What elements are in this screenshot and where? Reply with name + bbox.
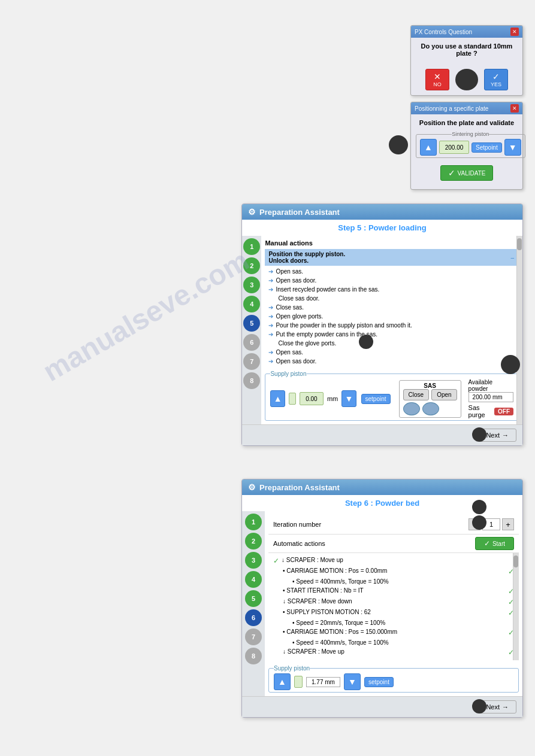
supply-value-input[interactable]	[300, 392, 324, 405]
check-icon-1: ✓	[273, 557, 279, 565]
sas-section: SAS Close Open	[399, 380, 461, 418]
dialog2-close-btn[interactable]: ✕	[510, 104, 519, 113]
action-list-item-2: • CARRIAGE MOTION : Pos = 0.00mm ✓	[273, 566, 514, 577]
panel2-step-title: Step 6 : Powder bed	[242, 495, 522, 511]
supply-setpoint-btn-2[interactable]: setpoint	[364, 677, 394, 687]
supply-up-btn[interactable]: ▲	[270, 390, 285, 407]
sas-close-btn[interactable]: Close	[403, 389, 430, 400]
dialog1-titlebar: PX Controls Question ✕	[411, 26, 522, 38]
step-badge-8[interactable]: 8	[243, 372, 260, 389]
step2-badge-2[interactable]: 2	[245, 533, 262, 549]
piston-value-input[interactable]	[439, 141, 469, 154]
step-badge-2[interactable]: 2	[243, 257, 260, 274]
arrow-icon-3: ➔	[268, 286, 273, 293]
action-list-item-9: • Speed = 400mm/s, Torque = 100%	[273, 638, 514, 647]
iteration-value-input[interactable]	[482, 518, 500, 530]
auto-actions-label: Automatic actions	[273, 540, 471, 547]
panel1-title: Preparation Assistant	[259, 208, 340, 217]
dialog1: PX Controls Question ✕ Do you use a stan…	[410, 25, 523, 96]
iteration-control: − +	[468, 518, 514, 530]
step2-badge-1[interactable]: 1	[245, 514, 262, 530]
scrollbar-thumb-2[interactable]	[513, 555, 518, 567]
gear-icon: ⚙	[248, 207, 256, 217]
piston-down-btn[interactable]: ▼	[504, 139, 521, 156]
dialog2-content: Position the plate and validate Sinterin…	[411, 114, 522, 189]
sintering-group: Sintering piston ▲ Setpoint ▼	[416, 131, 525, 158]
supply-down-btn[interactable]: ▼	[341, 390, 356, 407]
dialog1-close-btn[interactable]: ✕	[510, 28, 519, 36]
supply-up-btn-2[interactable]: ▲	[274, 673, 291, 690]
panel1-next-btn[interactable]: Next →	[478, 429, 516, 442]
sas-action-left-btn[interactable]	[403, 402, 420, 415]
arrow-icon-6: ➔	[268, 313, 273, 320]
action-item-7: ➔ Pour the powder in the supply piston a…	[265, 321, 519, 330]
iteration-label: Iteration number	[273, 521, 465, 528]
scrollbar-thumb[interactable]	[517, 238, 522, 250]
step-badge-6[interactable]: 6	[243, 334, 260, 351]
piston-setpoint-btn[interactable]: Setpoint	[471, 142, 502, 153]
sas-purge-label: Sas purge	[468, 404, 491, 418]
action-item-2: ➔ Open sas door.	[265, 276, 519, 285]
auto-actions-row: Automatic actions ✓ Start	[268, 535, 519, 553]
scrollbar-track[interactable]	[516, 236, 522, 424]
step2-badge-7[interactable]: 7	[245, 629, 262, 645]
dialog1-yes-btn[interactable]: ✓ YES	[484, 69, 508, 90]
arrow-icon-1: ➔	[268, 268, 273, 275]
action-list-item-6: • SUPPLY PISTON MOTION : 62 ✓	[273, 608, 514, 618]
highlight-line1: Position the supply piston.	[268, 251, 515, 257]
step2-badge-8[interactable]: 8	[245, 648, 262, 664]
dialog1-neutral-btn[interactable]	[455, 69, 478, 90]
supply-piston-controls-2: ▲ 1.77 mm ▼ setpoint	[274, 673, 513, 690]
collapse-btn[interactable]: –	[510, 254, 514, 261]
dialog2: Positionning a specific plate ✕ Position…	[410, 102, 523, 190]
action-list-item-10: ↓ SCRAPER : Move up ✓	[273, 647, 514, 658]
arrow-icon-10: ➔	[268, 349, 273, 356]
step-badge-1[interactable]: 1	[243, 238, 260, 255]
panel2-next-btn[interactable]: Next →	[478, 700, 516, 714]
iteration-plus-btn[interactable]: +	[502, 518, 514, 530]
step-badge-5[interactable]: 5	[243, 315, 260, 332]
next-arrow-icon: →	[502, 432, 509, 439]
piston-controls: ▲ Setpoint ▼	[420, 139, 521, 156]
panel2-title: Preparation Assistant	[259, 483, 340, 492]
panel1: ⚙ Preparation Assistant Step 5 : Powder …	[241, 204, 523, 446]
arrow-icon-8: ➔	[268, 331, 273, 338]
supply-piston-controls: ▲ mm ▼ setpoint SAS Close Open	[270, 379, 513, 418]
step-badge-3[interactable]: 3	[243, 277, 260, 293]
start-btn[interactable]: ✓ Start	[475, 537, 514, 550]
supply-value-display-2: 1.77 mm	[306, 677, 340, 687]
iteration-minus-btn[interactable]: −	[468, 518, 480, 530]
action-list-item-8: • CARRIAGE MOTION : Pos = 150.000mm ✓	[273, 627, 514, 638]
panel2-titlebar: ⚙ Preparation Assistant	[242, 479, 522, 495]
supply-down-btn-2[interactable]: ▼	[344, 673, 361, 690]
step2-badge-5[interactable]: 5	[245, 590, 262, 607]
step-badge-7[interactable]: 7	[243, 353, 260, 370]
dialog2-instruction: Position the plate and validate	[416, 119, 518, 126]
sas-action-right-btn[interactable]	[422, 402, 439, 415]
piston-up-btn[interactable]: ▲	[420, 139, 437, 156]
panel1-step-title: Step 5 : Powder loading	[242, 220, 522, 236]
action-item-3: ➔ Insert recycled powder cans in the sas…	[265, 285, 519, 294]
step2-badge-6[interactable]: 6	[245, 609, 262, 626]
scrollbar-track-2[interactable]	[513, 553, 519, 660]
panel1-main: Manual actions Position the supply pisto…	[261, 236, 522, 424]
supply-setpoint-btn[interactable]: setpoint	[361, 394, 391, 404]
supply-piston-section-2: Supply piston ▲ 1.77 mm ▼ setpoint	[268, 665, 519, 693]
step2-badge-3[interactable]: 3	[245, 552, 262, 569]
sas-open-btn[interactable]: Open	[431, 389, 457, 400]
sas-purge-value: OFF	[494, 408, 513, 415]
arrow-icon-2: ➔	[268, 277, 273, 284]
circle-overlay-1	[389, 135, 408, 154]
step-badge-4[interactable]: 4	[243, 296, 260, 312]
dialog2-titlebar: Positionning a specific plate ✕	[411, 102, 522, 114]
validate-btn[interactable]: ✓ VALIDATE	[440, 165, 494, 181]
gear-icon-2: ⚙	[248, 482, 256, 492]
panel2: ⚙ Preparation Assistant Step 6 : Powder …	[241, 479, 523, 718]
step2-badge-4[interactable]: 4	[245, 571, 262, 588]
sas-label: SAS	[403, 382, 457, 389]
dialog2-title: Positionning a specific plate	[415, 105, 488, 112]
iteration-row: Iteration number − +	[268, 515, 519, 535]
action-item-6: ➔ Open glove ports.	[265, 312, 519, 321]
action-list-item-1: ✓ ↓ SCRAPER : Move up	[273, 555, 514, 566]
dialog1-no-btn[interactable]: ✕ NO	[425, 69, 449, 90]
